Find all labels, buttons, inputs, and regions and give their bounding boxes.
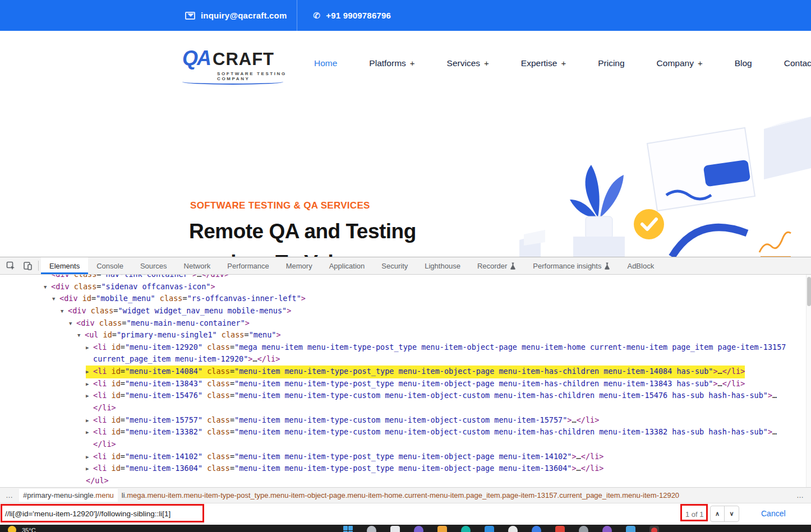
taskbar-icons — [343, 526, 659, 532]
code-line[interactable]: </li> — [0, 402, 811, 414]
code-line[interactable]: </ul> — [0, 475, 811, 487]
devtools-scrollbar[interactable] — [806, 275, 811, 487]
tab-memory[interactable]: Memory — [278, 257, 321, 274]
collapse-arrow-icon[interactable]: ▼ — [52, 293, 59, 306]
hero-section: SOFTWARE TESTING & QA SERVICES Remote QA… — [0, 95, 811, 257]
nav-item-contact[interactable]: Contact — [784, 58, 811, 68]
code-token: = — [245, 330, 249, 339]
nav-item-platforms[interactable]: Platforms+ — [369, 58, 414, 68]
weather-widget[interactable]: 35°C — [8, 526, 36, 532]
contact-phone-link[interactable]: ✆ +91 9909786796 — [313, 11, 391, 21]
phone-icon: ✆ — [313, 11, 320, 21]
inspect-icon[interactable] — [6, 261, 16, 271]
code-line[interactable]: ▶<li id="menu-item-14102" class="menu-it… — [0, 451, 811, 463]
code-line[interactable]: ▶<li id="menu-item-13382" class="menu-it… — [0, 426, 811, 438]
expand-arrow-icon[interactable]: ▶ — [86, 451, 93, 464]
expand-arrow-icon[interactable]: ▶ — [86, 342, 93, 354]
expand-arrow-icon[interactable]: ▶ — [86, 390, 93, 403]
match-nav-buttons: ∧ ∨ — [710, 506, 739, 522]
expand-arrow-icon[interactable]: ▶ — [86, 427, 93, 439]
code-line[interactable]: ▼<div id="mobile_menu" class="rs-offcanv… — [0, 293, 811, 305]
breadcrumb-crumb[interactable]: li.mega.menu-item.menu-item-type-post_ty… — [118, 489, 683, 502]
keyboard-blue-icon[interactable] — [626, 526, 635, 532]
tab-performance[interactable]: Performance — [219, 257, 277, 274]
next-match-button[interactable]: ∨ — [725, 506, 739, 521]
code-line[interactable]: ▼<div class="sidenav offcanvas-icon"> — [0, 281, 811, 293]
previous-match-button[interactable]: ∧ — [711, 506, 725, 521]
tab-sources[interactable]: Sources — [132, 257, 176, 274]
code-token: class — [202, 452, 230, 461]
code-line[interactable]: current_page_item menu-item-12920">…</li… — [0, 353, 811, 366]
code-token: "mobile_menu" — [96, 294, 155, 303]
folder-icon[interactable] — [437, 526, 447, 532]
code-token: class — [202, 427, 230, 436]
collapse-arrow-icon[interactable]: ▼ — [61, 306, 68, 318]
expand-arrow-icon[interactable]: ▶ — [86, 378, 93, 391]
code-line[interactable]: </li> — [0, 438, 811, 451]
code-token: <li — [93, 343, 107, 351]
collapse-arrow-icon[interactable]: ▼ — [69, 318, 76, 330]
app-violet-icon[interactable] — [602, 526, 612, 532]
app-blue-window-icon[interactable] — [485, 526, 494, 532]
tab-recorder[interactable]: Recorder — [469, 257, 524, 274]
browser-blue-icon[interactable] — [532, 526, 541, 532]
qacraft-logo[interactable]: QA CRAFT SOFTWARE TESTING COMPANY — [182, 47, 289, 85]
scrollbar-thumb[interactable] — [807, 277, 811, 306]
nav-item-home[interactable]: Home — [314, 58, 337, 68]
tab-performance-insights[interactable]: Performance insights — [524, 257, 619, 274]
tab-lighthouse[interactable]: Lighthouse — [416, 257, 469, 274]
code-line[interactable]: ▶<li id="menu-item-13604" class="menu-it… — [0, 462, 811, 475]
app-purple-icon[interactable] — [414, 526, 423, 532]
expand-arrow-icon[interactable]: ▶ — [86, 463, 93, 475]
breadcrumb-trailing[interactable]: … — [793, 491, 804, 499]
search-icon[interactable] — [367, 526, 376, 532]
app-white-icon[interactable] — [508, 526, 518, 532]
code-line[interactable]: ▶<li id="menu-item-15757" class="menu-it… — [0, 414, 811, 427]
mail-red-icon[interactable] — [555, 526, 565, 532]
code-token: > — [768, 427, 772, 436]
tab-elements[interactable]: Elements — [41, 257, 88, 274]
tab-security[interactable]: Security — [373, 257, 416, 274]
code-line[interactable]: <div class="nav-link-container">…</div> — [0, 275, 811, 281]
file-explorer-doc-icon[interactable] — [390, 526, 400, 532]
nav-item-company[interactable]: Company+ — [657, 58, 703, 68]
tab-network[interactable]: Network — [176, 257, 219, 274]
code-token: id — [107, 343, 120, 351]
expand-arrow-icon[interactable]: ▶ — [86, 415, 93, 427]
nav-item-blog[interactable]: Blog — [735, 58, 752, 68]
nav-item-services[interactable]: Services+ — [447, 58, 489, 68]
find-input[interactable]: //li[@id='menu-item-12920']//following-s… — [5, 510, 171, 518]
breadcrumb-overflow[interactable]: … — [0, 491, 19, 499]
tab-console[interactable]: Console — [88, 257, 132, 274]
code-token: class — [202, 464, 230, 473]
code-token: "primary-menu-single1" — [117, 330, 217, 339]
recording-app-icon[interactable] — [649, 526, 659, 532]
nav-item-expertise[interactable]: Expertise+ — [521, 58, 566, 68]
app-gray-icon[interactable] — [579, 526, 588, 532]
code-line[interactable]: ▼<ul id="primary-menu-single1" class="me… — [0, 329, 811, 341]
code-token: "menu-item menu-item-type-custom menu-it… — [234, 427, 768, 436]
code-line[interactable]: ▶<li id="menu-item-15476" class="menu-it… — [0, 390, 811, 402]
code-line[interactable]: ▶<li id="menu-item-14084" class="menu-it… — [0, 366, 811, 378]
code-token: = — [121, 464, 125, 473]
code-line[interactable]: ▼<div class="widget widget_nav_menu mobi… — [0, 305, 811, 317]
code-line[interactable]: ▶<li id="menu-item-12920" class="mega me… — [0, 341, 811, 354]
code-line[interactable]: ▶<li id="menu-item-13843" class="menu-it… — [0, 378, 811, 390]
windows-start-icon[interactable] — [343, 526, 353, 532]
tab-adblock[interactable]: AdBlock — [619, 257, 662, 274]
nav-item-pricing[interactable]: Pricing — [598, 58, 624, 68]
collapse-arrow-icon[interactable]: ▼ — [77, 330, 85, 342]
expand-arrow-icon[interactable]: ▶ — [86, 366, 93, 378]
code-line-content: ▶<li id="menu-item-13604" class="menu-it… — [86, 462, 603, 475]
sun-icon — [8, 526, 16, 532]
tab-application[interactable]: Application — [321, 257, 374, 274]
device-toolbar-icon[interactable] — [22, 261, 33, 271]
app-teal-icon[interactable] — [461, 526, 471, 532]
code-token: "menu-item menu-item-type-post_type menu… — [234, 367, 713, 376]
code-line-content: ▶<li id="menu-item-12920" class="mega me… — [86, 341, 786, 354]
collapse-arrow-icon[interactable]: ▼ — [44, 281, 51, 294]
cancel-button[interactable]: Cancel — [761, 509, 786, 518]
code-line[interactable]: ▼<div class="menu-main-menu-container"> — [0, 317, 811, 330]
contact-email-link[interactable]: inquiry@qacraft.com — [185, 11, 287, 20]
breadcrumb-crumb[interactable]: #primary-menu-single.menu — [19, 489, 118, 502]
